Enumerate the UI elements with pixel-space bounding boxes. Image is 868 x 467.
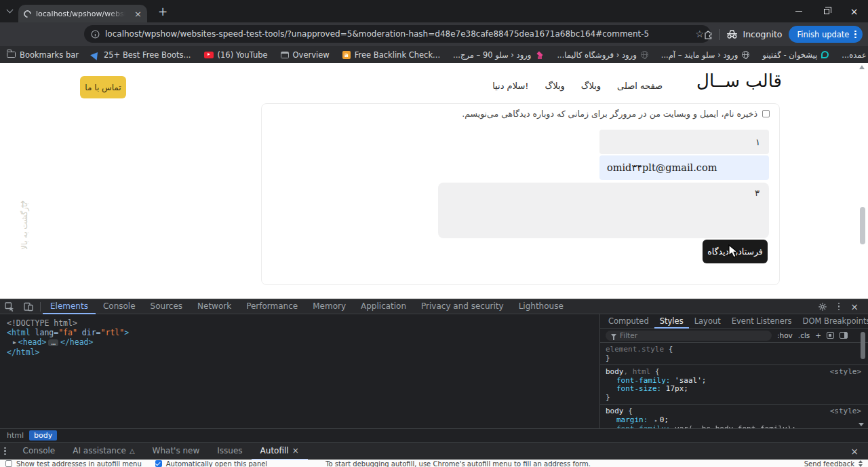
autofill-tab-close-icon[interactable]: × [292, 443, 299, 460]
rendering-icon[interactable] [827, 332, 834, 339]
remember-checkbox[interactable] [762, 110, 770, 117]
restore-button[interactable] [812, 0, 840, 22]
device-toolbar-button[interactable] [19, 302, 38, 312]
address-bar[interactable]: localhost/wpshow/websites-speed-test-too… [84, 25, 711, 43]
browser-tab[interactable]: localhost/wpshow/websites-sp × [18, 5, 147, 22]
back-to-top-link[interactable]: بازگشت به بالا [20, 202, 29, 250]
elements-tree[interactable]: <!DOCTYPE html> <html lang="fa" dir="rtl… [0, 314, 599, 428]
new-style-rule-button[interactable]: + [815, 331, 821, 339]
tab-lighthouse[interactable]: Lighthouse [511, 299, 571, 314]
tab-event-listeners[interactable]: Event Listeners [726, 314, 797, 329]
window-controls: × [785, 0, 868, 22]
bookmark-item[interactable]: 25+ Best Free Boots... [92, 50, 191, 60]
comment-textarea[interactable]: ۳ [438, 183, 769, 238]
toggle-class-button[interactable]: .cls [798, 331, 810, 339]
drawer-tab-ai-assistance[interactable]: AI assistance△ [64, 443, 143, 460]
css-rule: <style> body { margin: ▸0; font-family: … [600, 405, 868, 428]
toolbar-right: Incognito Finish update [703, 22, 868, 46]
site-info-icon[interactable] [91, 30, 100, 39]
url-text[interactable]: localhost/wpshow/websites-speed-test-too… [105, 29, 690, 39]
styles-rules[interactable]: element.style { } <style> body, html { f… [600, 343, 868, 428]
style-source-link[interactable]: <style> [830, 368, 861, 377]
bookmark-item[interactable]: Overview [281, 50, 330, 60]
finish-update-button[interactable]: Finish update [789, 26, 863, 43]
autofill-bar: Show test addresses in autofill menu Aut… [0, 460, 868, 467]
tab-privacy-security[interactable]: Privacy and security [414, 299, 511, 314]
toolbar-divider [719, 29, 720, 40]
auto-open-checkbox[interactable] [155, 460, 162, 467]
breadcrumb-html[interactable]: html [7, 431, 24, 440]
site-title[interactable]: قالب ســال [696, 71, 782, 91]
tab-sources[interactable]: Sources [143, 299, 190, 314]
tab-performance[interactable]: Performance [239, 299, 305, 314]
bookmark-item[interactable]: ورود ‹ سلو مایند – آم... [661, 50, 749, 60]
tab-dom-breakpoints[interactable]: DOM Breakpoints [797, 314, 868, 329]
style-source-link[interactable]: <style> [830, 407, 861, 416]
close-window-button[interactable]: × [840, 0, 868, 22]
expand-arrow-icon[interactable]: ▸ [654, 417, 658, 424]
inspect-element-button[interactable] [0, 302, 19, 312]
tab-network[interactable]: Network [190, 299, 239, 314]
bookmark-star-icon[interactable]: ☆ [695, 29, 704, 39]
update-menu-icon[interactable] [854, 33, 856, 35]
inspect-icon [5, 302, 14, 312]
ellipsis-badge[interactable]: … [48, 339, 58, 346]
contact-us-button[interactable]: تماس با ما [80, 76, 126, 98]
styles-sidebar: Computed Styles Layout Event Listeners D… [600, 314, 868, 428]
drawer-tab-whats-new[interactable]: What's new [144, 443, 209, 460]
bookmark-item[interactable]: ورود ‹ فروشگاه کالیما... [557, 50, 648, 60]
minimize-button[interactable] [785, 0, 812, 22]
sort-icon[interactable] [859, 460, 863, 467]
bookmark-item[interactable]: ورود ‹ سلو 90 – مرج... [453, 50, 544, 60]
drawer-menu-icon[interactable] [4, 450, 6, 452]
youtube-icon [204, 52, 214, 58]
expand-arrow-icon[interactable]: ▶ [13, 339, 16, 345]
nav-hello-world[interactable]: سلام دنیا! [492, 81, 528, 91]
nav-blog[interactable]: وبلاگ [545, 81, 565, 91]
letter-a-icon [342, 51, 351, 59]
tab-memory[interactable]: Memory [305, 299, 353, 314]
styles-scroll-down-icon[interactable] [859, 423, 864, 426]
tab-layout[interactable]: Layout [689, 314, 726, 329]
email-input[interactable]: omid۳۴plt@gmail.com [599, 155, 769, 180]
code-line: ▶<head>…</head> [7, 337, 599, 348]
graduation-cap-icon [535, 51, 544, 59]
bookmark-item[interactable]: Bookmarks bar [7, 50, 79, 60]
tab-title: localhost/wpshow/websites-sp [36, 10, 125, 18]
tab-styles[interactable]: Styles [654, 314, 689, 329]
tab-search-icon[interactable] [7, 7, 14, 14]
tab-close-icon[interactable]: × [134, 10, 142, 18]
styles-scrollbar-thumb[interactable] [861, 332, 865, 359]
page-scrollbar-thumb[interactable] [860, 207, 865, 244]
nav-blog-2[interactable]: وبلاگ [581, 81, 601, 91]
test-addresses-checkbox[interactable] [5, 460, 12, 467]
drawer-tab-issues[interactable]: Issues [208, 443, 251, 460]
devtools-close-button[interactable]: × [850, 301, 859, 312]
drawer-close-button[interactable]: × [850, 446, 868, 457]
drawer-tab-console[interactable]: Console [14, 443, 64, 460]
drawer-tab-autofill[interactable]: Autofill× [252, 443, 308, 460]
bookmark-item[interactable]: فروش و پخش عمده... [842, 50, 868, 60]
bookmark-item[interactable]: Free Backlink Check... [342, 50, 440, 60]
remember-row: ذخیره نام، ایمیل و وبسایت من در مرورگر ب… [462, 109, 770, 119]
extensions-icon[interactable] [703, 29, 714, 40]
styles-filter-input[interactable]: Filter [606, 331, 772, 341]
tab-computed[interactable]: Computed [603, 314, 654, 329]
breadcrumb-body[interactable]: body [29, 430, 57, 441]
page-scroll-up-icon[interactable] [859, 65, 865, 69]
tab-application[interactable]: Application [353, 299, 414, 314]
tab-console[interactable]: Console [96, 299, 143, 314]
toggle-hover-button[interactable]: :hov [777, 331, 793, 339]
bookmark-item[interactable]: پیشخوان - گفتینو [762, 50, 829, 60]
devtools-panel: Elements Console Sources Network Perform… [0, 299, 868, 467]
tab-elements[interactable]: Elements [43, 299, 96, 314]
goftino-drop-icon [821, 51, 829, 58]
nav-home[interactable]: صفحه اصلی [617, 81, 663, 91]
new-tab-button[interactable]: + [155, 4, 171, 20]
bookmark-item[interactable]: (16) YouTube [204, 50, 268, 60]
devtools-menu-icon[interactable] [838, 305, 840, 307]
name-input[interactable]: ۱ [599, 130, 769, 154]
settings-gear-icon[interactable] [818, 302, 827, 312]
sidebar-layout-icon[interactable] [840, 332, 848, 339]
send-feedback-link[interactable]: Send feedback [804, 460, 854, 467]
